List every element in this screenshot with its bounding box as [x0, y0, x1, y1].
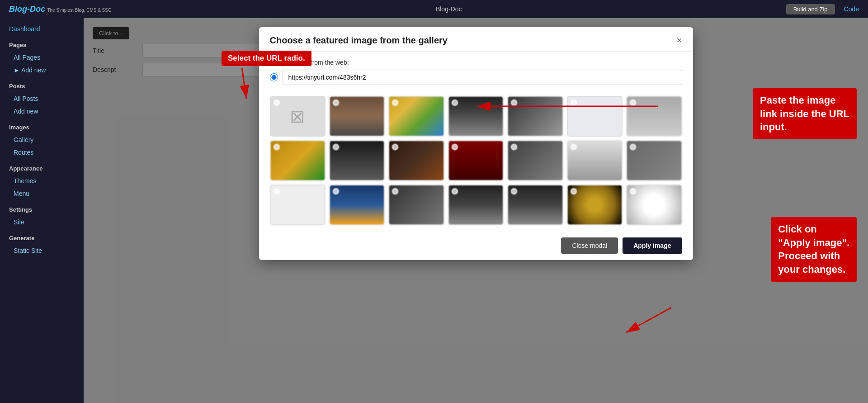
gallery-item-11[interactable] — [448, 140, 504, 181]
gallery-item-6[interactable] — [567, 96, 623, 137]
navbar-brand: Blog-Doc The Simplest Blog, CMS & SSG — [9, 5, 112, 14]
sidebar-item-routes[interactable]: Routes — [0, 146, 84, 159]
sidebar: Dashboard Pages All Pages ► Add new Post… — [0, 18, 84, 403]
gallery-radio-14[interactable] — [630, 144, 636, 150]
navbar-center-title: Blog-Doc — [436, 5, 462, 13]
sidebar-item-all-pages[interactable]: All Pages — [0, 51, 84, 64]
sidebar-section-appearance: Appearance — [0, 162, 84, 175]
sidebar-item-static-site[interactable]: Static Site — [0, 244, 84, 257]
gallery-item-13[interactable] — [567, 140, 623, 181]
gallery-radio-13[interactable] — [571, 144, 577, 150]
sidebar-section-settings: Settings — [0, 204, 84, 216]
modal-overlay: Choose a featured image from the gallery… — [84, 18, 868, 403]
gallery-radio-5[interactable] — [511, 100, 517, 106]
modal-close-x-button[interactable]: × — [677, 35, 682, 46]
gallery-item-1[interactable] — [270, 96, 326, 137]
gallery-item-20[interactable] — [567, 185, 623, 225]
gallery-radio-15[interactable] — [274, 188, 280, 194]
sidebar-section-generate: Generate — [0, 232, 84, 244]
svg-line-3 — [626, 308, 671, 332]
gallery-radio-6[interactable] — [571, 100, 577, 106]
gallery-item-9[interactable] — [329, 140, 385, 181]
gallery-radio-3[interactable] — [392, 100, 398, 106]
gallery-radio-4[interactable] — [452, 100, 458, 106]
url-row — [270, 70, 682, 85]
sidebar-item-dashboard[interactable]: Dashboard — [0, 23, 84, 35]
gallery-item-17[interactable] — [388, 185, 444, 225]
gallery-radio-1[interactable] — [274, 100, 280, 106]
gallery-radio-17[interactable] — [392, 188, 398, 194]
url-radio[interactable] — [270, 73, 278, 81]
sidebar-section-posts: Posts — [0, 80, 84, 92]
content-area: Click to... Title Descript Choose a feat… — [84, 18, 868, 403]
sidebar-section-images: Images — [0, 121, 84, 133]
gallery-item-14[interactable] — [626, 140, 682, 181]
gallery-radio-16[interactable] — [333, 188, 339, 194]
modal-url-section: Use an image from the web: — [259, 52, 693, 90]
modal-title: Choose a featured image from the gallery — [270, 35, 448, 46]
build-and-zip-button[interactable]: Build and Zip — [786, 4, 835, 14]
gallery-item-16[interactable] — [329, 185, 385, 225]
gallery-radio-8[interactable] — [274, 144, 280, 150]
sidebar-item-site[interactable]: Site — [0, 216, 84, 228]
close-modal-button[interactable]: Close modal — [561, 237, 618, 254]
apply-image-button[interactable]: Apply image — [623, 237, 682, 254]
sidebar-item-gallery[interactable]: Gallery — [0, 133, 84, 146]
gallery-radio-18[interactable] — [452, 188, 458, 194]
sidebar-item-add-new-pages[interactable]: ► Add new — [0, 64, 84, 76]
navbar: Blog-Doc The Simplest Blog, CMS & SSG Bl… — [0, 0, 868, 18]
url-input[interactable] — [283, 70, 682, 85]
gallery-item-8[interactable] — [270, 140, 326, 181]
sidebar-item-menu[interactable]: Menu — [0, 187, 84, 200]
gallery-item-18[interactable] — [448, 185, 504, 225]
gallery-item-19[interactable] — [507, 185, 563, 225]
sidebar-item-add-new-posts[interactable]: Add new — [0, 105, 84, 118]
gallery-item-3[interactable] — [388, 96, 444, 137]
gallery-radio-21[interactable] — [630, 188, 636, 194]
gallery-radio-11[interactable] — [452, 144, 458, 150]
image-gallery-modal: Choose a featured image from the gallery… — [259, 27, 693, 260]
gallery-radio-9[interactable] — [333, 144, 339, 150]
modal-footer: Close modal Apply image — [259, 231, 693, 260]
svg-line-1 — [242, 68, 246, 99]
navbar-right: Build and Zip Code — [786, 4, 859, 14]
gallery-radio-2[interactable] — [333, 100, 339, 106]
gallery-item-15[interactable] — [270, 185, 326, 225]
tooltip-url-radio: Select the URL radio. — [222, 51, 311, 66]
gallery-item-5[interactable] — [507, 96, 563, 137]
url-label: Use an image from the web: — [270, 59, 682, 66]
gallery-radio-7[interactable] — [630, 100, 636, 106]
sidebar-section-pages: Pages — [0, 39, 84, 51]
sidebar-item-themes[interactable]: Themes — [0, 175, 84, 187]
gallery-item-2[interactable] — [329, 96, 385, 137]
modal-header: Choose a featured image from the gallery… — [259, 27, 693, 52]
gallery-item-10[interactable] — [388, 140, 444, 181]
gallery-radio-12[interactable] — [511, 144, 517, 150]
gallery-radio-10[interactable] — [392, 144, 398, 150]
tooltip-apply-image: Click on"Apply image".Proceed withyour c… — [771, 217, 857, 282]
gallery-grid — [259, 90, 693, 231]
gallery-radio-19[interactable] — [511, 188, 517, 194]
gallery-item-21[interactable] — [626, 185, 682, 225]
tooltip-paste-link: Paste the image link inside the URL inpu… — [753, 88, 857, 139]
code-link[interactable]: Code — [844, 5, 859, 13]
gallery-item-12[interactable] — [507, 140, 563, 181]
gallery-item-4[interactable] — [448, 96, 504, 137]
gallery-radio-20[interactable] — [571, 188, 577, 194]
sidebar-item-all-posts[interactable]: All Posts — [0, 92, 84, 105]
gallery-item-7[interactable] — [626, 96, 682, 137]
